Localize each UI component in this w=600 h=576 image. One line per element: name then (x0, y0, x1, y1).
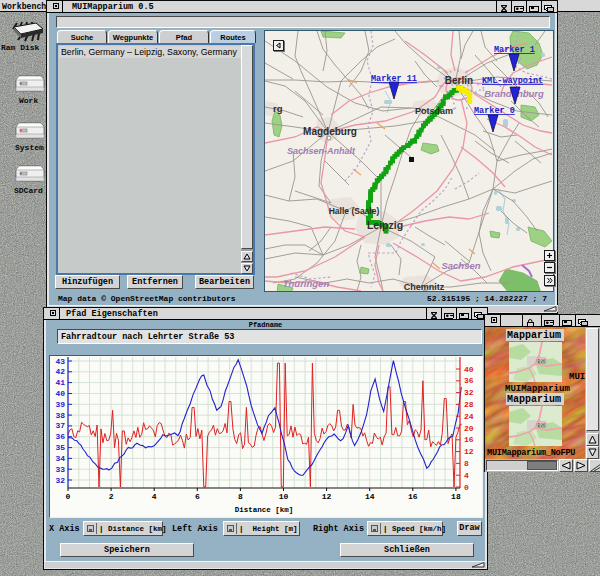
svg-text:16: 16 (408, 492, 418, 501)
svg-text:rg: rg (273, 103, 283, 114)
svg-text:39: 39 (55, 400, 65, 409)
svg-text:Potsdam: Potsdam (415, 106, 453, 116)
svg-text:Berlin: Berlin (445, 75, 473, 86)
svg-text:33: 33 (55, 465, 65, 474)
svg-text:6: 6 (195, 492, 200, 501)
svg-text:4: 4 (464, 471, 469, 480)
svg-text:KML-waypoint: KML-waypoint (482, 76, 543, 86)
svg-text:8: 8 (238, 492, 243, 501)
svg-text:0: 0 (464, 483, 469, 492)
svg-text:32: 32 (464, 388, 474, 397)
svg-text:16: 16 (464, 435, 474, 444)
svg-text:8: 8 (464, 459, 469, 468)
svg-text:0: 0 (66, 492, 71, 501)
svg-text:Sachsen: Sachsen (441, 260, 480, 271)
svg-text:18: 18 (451, 492, 461, 501)
svg-text:38: 38 (55, 411, 65, 420)
svg-text:32: 32 (55, 476, 65, 485)
svg-text:41: 41 (55, 378, 65, 387)
svg-text:Marker 0: Marker 0 (474, 106, 515, 116)
svg-text:40: 40 (464, 365, 474, 374)
svg-text:Halle (Saale): Halle (Saale) (329, 206, 380, 216)
svg-text:36: 36 (55, 432, 65, 441)
svg-text:35: 35 (55, 443, 65, 452)
svg-text:28: 28 (464, 400, 474, 409)
svg-text:42: 42 (55, 367, 65, 376)
svg-text:14: 14 (365, 492, 375, 501)
svg-text:24: 24 (464, 412, 474, 421)
svg-text:12: 12 (322, 492, 332, 501)
svg-text:12: 12 (464, 447, 474, 456)
svg-text:Sachsen-Anhalt: Sachsen-Anhalt (287, 146, 356, 156)
svg-text:B96: B96 (537, 359, 545, 364)
svg-text:Magdeburg: Magdeburg (303, 126, 357, 137)
svg-text:34: 34 (55, 454, 65, 463)
svg-text:4: 4 (152, 492, 157, 501)
svg-text:43: 43 (55, 357, 65, 366)
svg-text:20: 20 (464, 424, 474, 433)
svg-text:37: 37 (55, 421, 65, 430)
svg-text:Marker 1: Marker 1 (494, 45, 535, 55)
svg-text:Distance [km]: Distance [km] (235, 506, 294, 514)
svg-text:36: 36 (464, 376, 474, 385)
svg-text:Leipzig: Leipzig (367, 219, 403, 231)
svg-text:10: 10 (279, 492, 289, 501)
svg-text:Thüringen: Thüringen (283, 278, 330, 289)
svg-text:B96: B96 (537, 423, 545, 428)
svg-text:40: 40 (55, 389, 65, 398)
svg-text:2: 2 (109, 492, 114, 501)
